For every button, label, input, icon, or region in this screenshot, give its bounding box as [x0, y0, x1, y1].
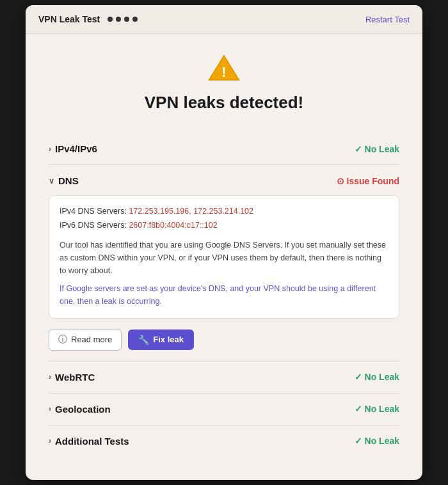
check-icon-geolocation: ✓	[355, 404, 362, 414]
section-dns-header[interactable]: ∨ DNS ⊙ Issue Found	[49, 175, 399, 186]
warning-icon: !	[207, 53, 241, 83]
wrench-icon: 🔧	[138, 335, 149, 345]
section-geolocation-label: Geolocation	[55, 404, 111, 415]
hero-section: ! VPN leaks detected!	[49, 53, 399, 113]
status-label-ipv4ipv6: No Leak	[365, 144, 399, 154]
status-webrtc: ✓ No Leak	[355, 372, 399, 382]
titlebar: VPN Leak Test Restart Test	[26, 5, 422, 34]
dns-link-text: If Google servers are set as your device…	[60, 284, 376, 306]
fix-leak-button[interactable]: 🔧 Fix leak	[128, 330, 194, 350]
section-additional-header[interactable]: › Additional Tests ✓ No Leak	[49, 436, 399, 447]
chevron-dns: ∨	[49, 177, 54, 186]
info-circle-icon: ⓘ	[58, 334, 67, 346]
dns-servers-info: IPv4 DNS Servers: 172.253.195.196, 172.2…	[60, 205, 388, 232]
dot-1	[108, 17, 113, 22]
status-label-dns: Issue Found	[347, 176, 399, 186]
check-icon-webrtc: ✓	[355, 372, 362, 382]
status-label-additional: No Leak	[365, 436, 399, 446]
dns-actions: ⓘ Read more 🔧 Fix leak	[49, 329, 399, 351]
fix-leak-label: Fix leak	[153, 335, 184, 344]
section-dns-label: DNS	[58, 175, 79, 186]
status-dns: ⊙ Issue Found	[337, 176, 399, 186]
dot-4	[132, 17, 138, 22]
issue-icon-dns: ⊙	[337, 176, 344, 186]
ipv6-dns-value: 2607:f8b0:4004:c17::102	[129, 221, 217, 230]
ipv4-dns-value: 172.253.195.196, 172.253.214.102	[129, 207, 253, 216]
section-webrtc-left: › WebRTC	[49, 372, 95, 383]
section-webrtc: › WebRTC ✓ No Leak	[49, 362, 399, 394]
check-icon-ipv4ipv6: ✓	[355, 144, 362, 154]
svg-text:!: !	[221, 64, 226, 80]
app-title: VPN Leak Test	[38, 14, 100, 24]
dns-description: Our tool has identified that you are usi…	[60, 239, 388, 277]
ipv4-dns-label: IPv4 DNS Servers:	[60, 207, 127, 216]
section-ipv4ipv6-left: › IPv4/IPv6	[49, 143, 97, 154]
chevron-additional: ›	[49, 436, 51, 445]
dot-3	[124, 17, 129, 22]
restart-button[interactable]: Restart Test	[365, 15, 410, 24]
section-ipv4ipv6: › IPv4/IPv6 ✓ No Leak	[49, 133, 399, 165]
chevron-webrtc: ›	[49, 372, 51, 381]
dns-detail-panel: IPv4 DNS Servers: 172.253.195.196, 172.2…	[49, 195, 399, 319]
hero-title: VPN leaks detected!	[49, 93, 399, 113]
section-webrtc-label: WebRTC	[55, 372, 95, 383]
titlebar-left: VPN Leak Test	[38, 14, 138, 24]
read-more-button[interactable]: ⓘ Read more	[49, 329, 122, 351]
section-ipv4ipv6-header[interactable]: › IPv4/IPv6 ✓ No Leak	[49, 143, 399, 154]
check-icon-additional: ✓	[355, 436, 362, 446]
section-geolocation-header[interactable]: › Geolocation ✓ No Leak	[49, 404, 399, 415]
chevron-ipv4ipv6: ›	[49, 145, 51, 154]
section-additional: › Additional Tests ✓ No Leak	[49, 425, 399, 457]
section-geolocation-left: › Geolocation	[49, 404, 111, 415]
read-more-label: Read more	[71, 335, 112, 344]
status-ipv4ipv6: ✓ No Leak	[355, 144, 399, 154]
section-dns-left: ∨ DNS	[49, 175, 79, 186]
status-additional: ✓ No Leak	[355, 436, 399, 446]
status-geolocation: ✓ No Leak	[355, 404, 399, 414]
section-dns: ∨ DNS ⊙ Issue Found IPv4 DNS Servers: 17…	[49, 165, 399, 362]
section-geolocation: › Geolocation ✓ No Leak	[49, 394, 399, 425]
section-ipv4ipv6-label: IPv4/IPv6	[55, 143, 97, 154]
section-additional-left: › Additional Tests	[49, 436, 129, 447]
status-label-geolocation: No Leak	[365, 404, 399, 414]
main-window: VPN Leak Test Restart Test ! VPN leaks d…	[26, 5, 422, 480]
section-additional-label: Additional Tests	[55, 436, 129, 447]
chevron-geolocation: ›	[49, 404, 51, 413]
progress-dots	[108, 17, 138, 22]
ipv6-dns-label: IPv6 DNS Servers:	[60, 221, 127, 230]
dot-2	[116, 17, 121, 22]
status-label-webrtc: No Leak	[365, 372, 399, 382]
main-content: ! VPN leaks detected! › IPv4/IPv6 ✓ No L…	[26, 34, 422, 480]
section-webrtc-header[interactable]: › WebRTC ✓ No Leak	[49, 372, 399, 383]
